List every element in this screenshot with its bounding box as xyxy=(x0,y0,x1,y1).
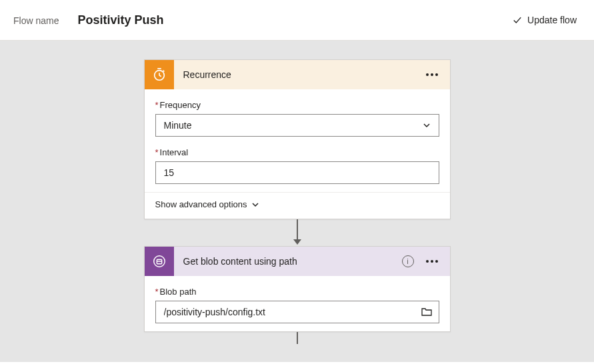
update-flow-button[interactable]: Update flow xyxy=(509,12,581,28)
recurrence-card-header[interactable]: Recurrence xyxy=(145,60,450,89)
recurrence-card-title: Recurrence xyxy=(174,69,423,80)
frequency-label: *Frequency xyxy=(155,100,439,110)
show-advanced-label: Show advanced options xyxy=(155,199,247,209)
clock-icon xyxy=(152,67,167,82)
blob-card-actions: i xyxy=(402,255,450,267)
frequency-value: Minute xyxy=(164,120,423,131)
flow-title: Positivity Push xyxy=(77,13,163,27)
interval-input[interactable] xyxy=(155,161,439,184)
flow-name-label: Flow name xyxy=(13,15,59,26)
blob-path-input[interactable] xyxy=(164,307,421,317)
blob-card: Get blob content using path i *Blob path xyxy=(144,246,451,332)
header-left: Flow name Positivity Push xyxy=(13,13,164,27)
flow-connector-arrow xyxy=(291,332,304,344)
blob-icon xyxy=(152,254,167,269)
blob-path-field: *Blob path xyxy=(155,287,439,323)
blob-card-body: *Blob path xyxy=(145,276,450,331)
show-advanced-options-button[interactable]: Show advanced options xyxy=(145,192,450,219)
interval-field: *Interval xyxy=(155,147,439,184)
page-header: Flow name Positivity Push Update flow xyxy=(0,0,594,41)
more-menu-button[interactable] xyxy=(423,257,441,265)
frequency-select[interactable]: Minute xyxy=(155,114,439,137)
checkmark-icon xyxy=(513,15,522,25)
recurrence-card: Recurrence *Frequency Minute *Interval xyxy=(144,59,451,219)
blob-icon-box xyxy=(145,247,174,276)
flow-connector-arrow xyxy=(291,219,304,246)
update-flow-label: Update flow xyxy=(527,15,577,25)
recurrence-card-actions xyxy=(423,71,450,79)
chevron-down-icon xyxy=(251,201,259,209)
flow-canvas: Recurrence *Frequency Minute *Interval xyxy=(0,41,594,362)
chevron-down-icon xyxy=(423,121,431,129)
more-menu-button[interactable] xyxy=(423,71,441,79)
info-icon[interactable]: i xyxy=(402,255,414,267)
folder-picker-icon[interactable] xyxy=(421,307,432,317)
frequency-field: *Frequency Minute xyxy=(155,100,439,137)
blob-path-input-wrap xyxy=(155,301,439,323)
recurrence-card-body: *Frequency Minute *Interval xyxy=(145,89,450,192)
blob-card-header[interactable]: Get blob content using path i xyxy=(145,247,450,276)
recurrence-icon-box xyxy=(145,60,174,89)
interval-label: *Interval xyxy=(155,147,439,157)
blob-path-label: *Blob path xyxy=(155,287,439,297)
blob-card-title: Get blob content using path xyxy=(174,256,402,267)
